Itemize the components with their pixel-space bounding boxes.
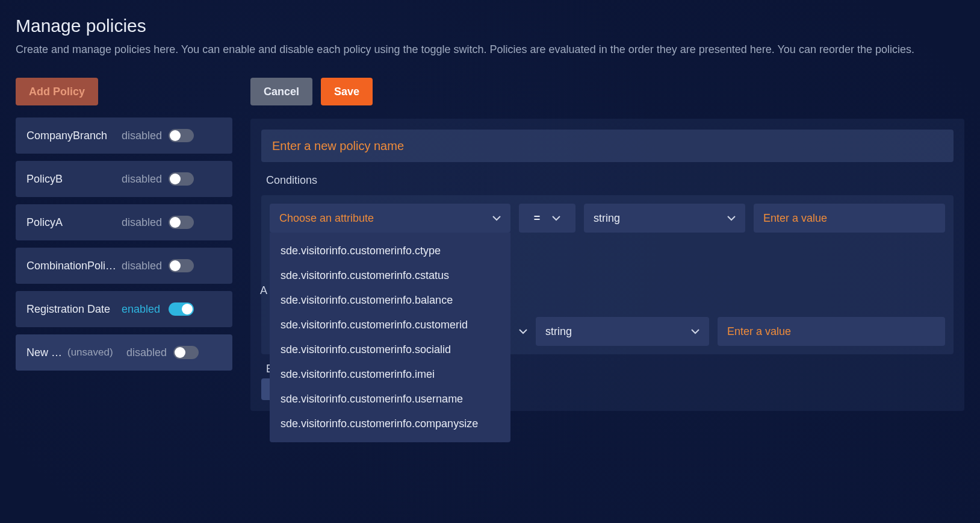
policy-toggle[interactable] (169, 172, 194, 186)
chevron-down-icon (691, 329, 699, 334)
policy-item-status: disabled (126, 346, 169, 359)
policy-item-status: disabled (122, 130, 164, 142)
attribute-option[interactable]: sde.visitorinfo.customerinfo.balance (270, 288, 510, 313)
policy-item-name: CombinationPoli… (26, 260, 117, 272)
policy-item-status: disabled (122, 216, 164, 229)
chevron-down-icon (492, 216, 501, 221)
chevron-down-icon (552, 216, 560, 221)
policy-item-name: PolicyB (26, 173, 117, 186)
value-input[interactable] (754, 204, 945, 233)
policy-item[interactable]: New …(unsaved)disabled (16, 334, 232, 371)
type-select[interactable]: string (584, 204, 745, 233)
policy-name-input[interactable] (261, 130, 954, 162)
policy-toggle[interactable] (169, 259, 194, 272)
chevron-down-icon (727, 216, 736, 221)
attribute-select-label: Choose an attribute (279, 212, 374, 225)
toggle-knob (175, 347, 185, 358)
policy-item[interactable]: PolicyBdisabled (16, 161, 232, 197)
cancel-button[interactable]: Cancel (250, 78, 312, 105)
attribute-option[interactable]: sde.visitorinfo.customerinfo.username (270, 387, 510, 412)
toggle-knob (170, 174, 181, 184)
operator-value: = (534, 212, 541, 225)
value-input-2[interactable] (718, 317, 945, 346)
policy-editor-panel: Conditions Choose an attribute = (250, 119, 964, 411)
attribute-option[interactable]: sde.visitorinfo.customerinfo.imei (270, 362, 510, 387)
policy-item-name: PolicyA (26, 216, 117, 229)
type-value-2: string (545, 325, 572, 338)
attribute-option[interactable]: sde.visitorinfo.customerinfo.ctype (270, 239, 510, 263)
attribute-option[interactable]: sde.visitorinfo.customerinfo.cstatus (270, 263, 510, 288)
policy-item-status: disabled (122, 260, 164, 272)
toggle-knob (170, 217, 181, 228)
policy-toggle[interactable] (169, 302, 194, 316)
attribute-option[interactable]: sde.visitorinfo.customerinfo.socialid (270, 337, 510, 362)
toggle-knob (182, 304, 193, 315)
policy-item-status: enabled (122, 303, 164, 316)
attribute-option[interactable]: sde.visitorinfo.customerinfo.customerid (270, 313, 510, 337)
toggle-knob (170, 260, 181, 271)
attribute-dropdown: sde.visitorinfo.customerinfo.ctypesde.vi… (270, 233, 510, 442)
conditions-box: Choose an attribute = string (261, 195, 954, 354)
attribute-select[interactable]: Choose an attribute (270, 204, 510, 233)
attribute-option[interactable]: sde.visitorinfo.customerinfo.companysize (270, 412, 510, 436)
policy-toggle[interactable] (169, 129, 194, 142)
policy-item-name: Registration Date (26, 303, 117, 316)
chevron-down-icon (519, 329, 527, 334)
operator-select[interactable]: = (519, 204, 575, 233)
policy-item[interactable]: PolicyAdisabled (16, 204, 232, 240)
page-title: Manage policies (16, 16, 964, 36)
policy-item-name: New … (26, 346, 63, 359)
policy-item-unsaved-tag: (unsaved) (67, 346, 119, 359)
policy-item-name: CompanyBranch (26, 130, 117, 142)
policy-item[interactable]: CompanyBranchdisabled (16, 117, 232, 154)
policy-item[interactable]: CombinationPoli…disabled (16, 248, 232, 284)
policy-item[interactable]: Registration Dateenabled (16, 291, 232, 327)
conditions-label: Conditions (266, 174, 954, 187)
save-button[interactable]: Save (321, 78, 373, 105)
type-select-2[interactable]: string (536, 317, 709, 346)
add-policy-button[interactable]: Add Policy (16, 78, 98, 105)
type-value: string (594, 212, 620, 225)
policy-toggle[interactable] (169, 216, 194, 229)
toggle-knob (170, 130, 181, 141)
page-subtitle: Create and manage policies here. You can… (16, 42, 964, 57)
policy-item-status: disabled (122, 173, 164, 186)
partial-label-a: A (260, 284, 267, 297)
policy-toggle[interactable] (173, 346, 199, 359)
